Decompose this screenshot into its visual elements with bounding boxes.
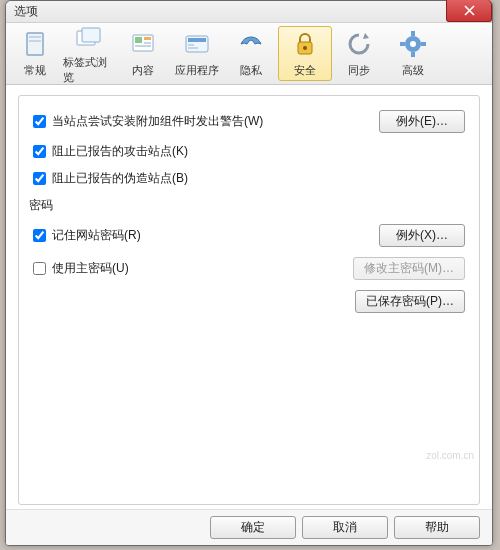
checkbox-input[interactable] [33,145,46,158]
content-area: 当站点尝试安装附加组件时发出警告(W) 例外(E)… 阻止已报告的攻击站点(K)… [6,85,492,509]
general-icon [19,28,51,60]
svg-rect-4 [82,28,100,42]
change-master-password-button: 修改主密码(M)… [353,257,465,280]
warn-addon-install-checkbox[interactable]: 当站点尝试安装附加组件时发出警告(W) [33,113,263,130]
tab-label: 安全 [294,63,316,78]
svg-rect-11 [188,38,206,42]
tab-label: 常规 [24,63,46,78]
svg-rect-18 [411,31,415,36]
checkbox-label: 使用主密码(U) [52,260,129,277]
addon-exceptions-button[interactable]: 例外(E)… [379,110,465,133]
tab-privacy[interactable]: 隐私 [224,26,278,81]
svg-point-15 [303,46,307,50]
svg-rect-6 [135,37,142,43]
dialog-footer: 确定 取消 帮助 [6,509,492,545]
checkbox-label: 记住网站密码(R) [52,227,141,244]
tab-content[interactable]: 内容 [116,26,170,81]
tab-tabs[interactable]: 标签式浏览 [62,26,116,81]
ok-button[interactable]: 确定 [210,516,296,539]
gear-icon [397,28,429,60]
svg-rect-21 [421,42,426,46]
close-button[interactable] [446,0,492,22]
password-exceptions-button[interactable]: 例外(X)… [379,224,465,247]
content-icon [127,28,159,60]
svg-rect-9 [135,45,151,47]
tab-general[interactable]: 常规 [8,26,62,81]
tab-label: 高级 [402,63,424,78]
sync-icon [343,28,375,60]
svg-point-17 [410,41,416,47]
category-toolbar: 常规 标签式浏览 内容 应用程序 隐私 安全 同步 高级 [6,23,492,85]
svg-rect-7 [144,37,151,40]
svg-rect-12 [188,44,194,46]
use-master-password-checkbox[interactable]: 使用主密码(U) [33,260,129,277]
window-title: 选项 [6,3,38,20]
tab-advanced[interactable]: 高级 [386,26,440,81]
passwords-section-label: 密码 [29,197,465,214]
privacy-icon [235,28,267,60]
remember-passwords-checkbox[interactable]: 记住网站密码(R) [33,227,141,244]
tab-label: 应用程序 [175,63,219,78]
checkbox-input[interactable] [33,262,46,275]
titlebar: 选项 [6,1,492,23]
tab-label: 同步 [348,63,370,78]
checkbox-input[interactable] [33,172,46,185]
tabs-icon [73,22,105,52]
checkbox-input[interactable] [33,229,46,242]
checkbox-input[interactable] [33,115,46,128]
close-icon [464,5,475,16]
svg-rect-19 [411,52,415,57]
security-panel: 当站点尝试安装附加组件时发出警告(W) 例外(E)… 阻止已报告的攻击站点(K)… [18,95,480,505]
applications-icon [181,28,213,60]
tab-label: 内容 [132,63,154,78]
help-button[interactable]: 帮助 [394,516,480,539]
tab-applications[interactable]: 应用程序 [170,26,224,81]
options-window: 选项 常规 标签式浏览 内容 应用程序 隐私 安全 [5,0,493,546]
tab-sync[interactable]: 同步 [332,26,386,81]
tab-label: 标签式浏览 [63,55,115,85]
tab-label: 隐私 [240,63,262,78]
checkbox-label: 阻止已报告的攻击站点(K) [52,143,188,160]
block-attack-checkbox[interactable]: 阻止已报告的攻击站点(K) [33,143,188,160]
cancel-button[interactable]: 取消 [302,516,388,539]
checkbox-label: 阻止已报告的伪造站点(B) [52,170,188,187]
svg-rect-1 [29,36,41,38]
svg-rect-13 [188,47,198,49]
svg-rect-2 [29,40,41,42]
lock-icon [289,28,321,60]
tab-security[interactable]: 安全 [278,26,332,81]
block-forgery-checkbox[interactable]: 阻止已报告的伪造站点(B) [33,170,188,187]
checkbox-label: 当站点尝试安装附加组件时发出警告(W) [52,113,263,130]
svg-rect-8 [144,42,151,44]
saved-passwords-button[interactable]: 已保存密码(P)… [355,290,465,313]
svg-rect-20 [400,42,405,46]
